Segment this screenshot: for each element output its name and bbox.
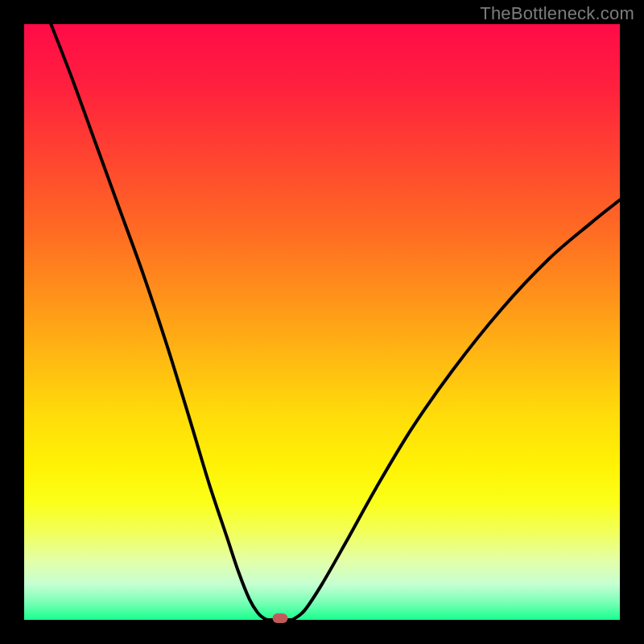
bottleneck-curve	[24, 24, 620, 620]
plot-area	[24, 24, 620, 620]
watermark-text: TheBottleneck.com	[480, 3, 634, 24]
optimum-marker	[273, 613, 288, 623]
curve-path	[51, 24, 620, 621]
chart-frame: TheBottleneck.com	[0, 0, 644, 644]
